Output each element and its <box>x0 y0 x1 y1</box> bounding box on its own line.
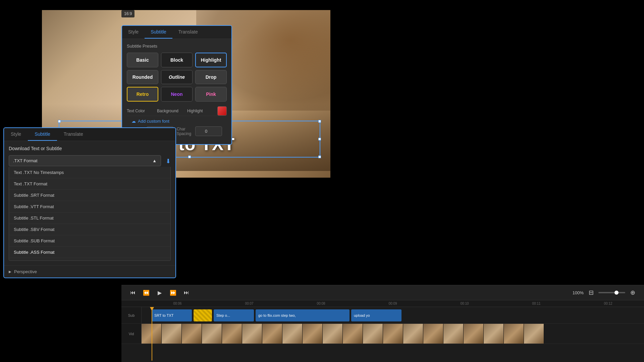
text-color-label: Text Color <box>127 109 154 113</box>
perspective-label: Perspective <box>14 269 37 274</box>
tab-style-bottom[interactable]: Style <box>4 128 28 141</box>
add-custom-font-row[interactable]: ☁ Add custom font <box>127 116 227 126</box>
format-dropdown-value: .TXT Format <box>13 158 38 163</box>
preset-drop-button[interactable]: Drop <box>195 70 227 84</box>
add-font-label: Add custom font <box>138 119 169 124</box>
ruler-mark-6: 00:11 <box>500 302 572 305</box>
clip-step[interactable]: Step o... <box>214 309 254 321</box>
track-label-video: Vid <box>121 324 142 344</box>
preset-basic-button[interactable]: Basic <box>127 53 158 67</box>
format-ass[interactable]: Subtitle .ASS Format <box>9 247 170 258</box>
clip-goto[interactable]: go to flix.com step two, <box>256 309 350 321</box>
subtitle-track: Sub SRT to TXT Step o... go to flix.com … <box>121 307 644 324</box>
skip-forward-button[interactable]: ⏭ <box>182 288 191 297</box>
tab-subtitle-bottom[interactable]: Subtitle <box>28 128 57 141</box>
char-spacing-label: Char Spacing <box>177 127 192 136</box>
zoom-in-button[interactable]: ⊕ <box>628 288 637 297</box>
clip-yellow[interactable] <box>194 309 212 321</box>
handle-tr[interactable] <box>318 120 321 123</box>
preset-outline-button[interactable]: Outline <box>161 70 193 84</box>
zoom-controls: 100% ⊟ ⊕ <box>573 288 637 297</box>
zoom-level: 100% <box>573 290 584 295</box>
playhead[interactable] <box>152 307 152 361</box>
format-srt[interactable]: Subtitle .SRT Format <box>9 190 170 201</box>
thumb-19 <box>504 324 524 344</box>
background-label: Background <box>157 109 184 113</box>
download-button[interactable]: ⬇ <box>166 158 171 165</box>
ruler-mark-5: 00:10 <box>429 302 500 305</box>
track-content-subtitle: SRT to TXT Step o... go to flix.com step… <box>142 307 644 323</box>
preset-pink-button[interactable]: Pink <box>195 87 227 102</box>
skip-back-button[interactable]: ⏮ <box>128 288 138 297</box>
presets-grid: Basic Block Highlight Rounded Outline Dr… <box>127 53 227 102</box>
presets-section-label: Subtitle Presets <box>127 44 227 49</box>
handle-tl[interactable] <box>58 120 61 123</box>
format-txt-no-timestamps[interactable]: Text .TXT No Timestamps <box>9 167 170 178</box>
format-stl[interactable]: Subtitle .STL Format <box>9 213 170 224</box>
tab-style[interactable]: Style <box>122 26 145 39</box>
color-swatch-red[interactable] <box>217 106 227 116</box>
zoom-out-button[interactable]: ⊟ <box>586 288 596 297</box>
thumb-13 <box>383 324 403 344</box>
ruler-marks: 00:06 00:07 00:08 00:09 00:10 00:11 00:1… <box>142 302 644 305</box>
format-dfxp[interactable]: Subtitle .DFXP Format <box>9 258 170 261</box>
timeline-controls: ⏮ ⏪ ▶ ⏩ ⏭ 100% ⊟ ⊕ <box>121 285 644 300</box>
thumb-8 <box>282 324 303 344</box>
download-title: Download Text or Subtitle <box>9 146 171 151</box>
format-txt[interactable]: Text .TXT Format <box>9 178 170 190</box>
handle-br[interactable] <box>318 156 321 158</box>
subtitle-panel-tabs: Style Subtitle Translate <box>4 128 175 141</box>
format-sub[interactable]: Subtitle .SUB Format <box>9 235 170 247</box>
thumb-20 <box>524 324 544 344</box>
chevron-up-icon: ▲ <box>152 158 157 163</box>
thumb-4 <box>202 324 222 344</box>
handle-mr[interactable] <box>318 138 321 140</box>
timeline-tracks: Sub SRT to TXT Step o... go to flix.com … <box>121 307 644 361</box>
tab-translate-top[interactable]: Translate <box>172 26 204 39</box>
format-dropdown[interactable]: .TXT Format ▲ <box>9 155 161 166</box>
ruler-mark-2: 00:07 <box>213 302 285 305</box>
thumb-17 <box>464 324 484 344</box>
char-spacing-input[interactable] <box>195 126 222 136</box>
preset-retro-button[interactable]: Retro <box>127 87 158 102</box>
ruler-mark-3: 00:08 <box>285 302 357 305</box>
thumb-16 <box>443 324 464 344</box>
zoom-slider[interactable] <box>598 292 625 293</box>
forward-button[interactable]: ⏩ <box>168 288 178 297</box>
rewind-button[interactable]: ⏪ <box>142 288 151 297</box>
subtitle-download-panel: Style Subtitle Translate Download Text o… <box>3 127 176 278</box>
preset-rounded-button[interactable]: Rounded <box>127 70 158 84</box>
timeline-ruler: 00:06 00:07 00:08 00:09 00:10 00:11 00:1… <box>121 300 644 307</box>
thumb-3 <box>182 324 202 344</box>
format-list: Text .TXT No Timestamps Text .TXT Format… <box>9 167 171 261</box>
thumb-15 <box>423 324 443 344</box>
thumb-14 <box>403 324 423 344</box>
clip-upload[interactable]: upload yo <box>351 309 401 321</box>
video-track: Vid <box>121 324 644 344</box>
preset-block-button[interactable]: Block <box>161 53 193 67</box>
ruler-mark-1: 00:06 <box>142 302 213 305</box>
format-selector-row: .TXT Format ▲ ⬇ <box>9 155 171 167</box>
preset-highlight-button[interactable]: Highlight <box>195 53 227 67</box>
thumb-11 <box>343 324 363 344</box>
format-sbv[interactable]: Subtitle .SBV Format <box>9 224 170 235</box>
tab-translate-bottom[interactable]: Translate <box>57 128 90 141</box>
thumb-10 <box>323 324 343 344</box>
cloud-icon: ☁ <box>131 119 136 124</box>
clip-srt-txt[interactable]: SRT to TXT <box>152 309 192 321</box>
perspective-row[interactable]: ▶ Perspective <box>4 265 175 278</box>
perspective-arrow-icon: ▶ <box>9 270 11 274</box>
thumb-12 <box>363 324 383 344</box>
format-vtt[interactable]: Subtitle .VTT Format <box>9 201 170 213</box>
ruler-mark-4: 00:09 <box>357 302 429 305</box>
timeline-area: ⏮ ⏪ ▶ ⏩ ⏭ 100% ⊟ ⊕ 00:06 00:07 00:08 00:… <box>121 285 644 362</box>
preset-neon-button[interactable]: Neon <box>161 87 193 102</box>
track-thumbnails <box>142 324 644 344</box>
thumb-5 <box>222 324 242 344</box>
ruler-mark-7: 00:12 <box>572 302 644 305</box>
color-row: Text Color Background Highlight <box>127 106 227 116</box>
tab-subtitle-top[interactable]: Subtitle <box>145 26 172 39</box>
zoom-thumb[interactable] <box>614 291 619 295</box>
play-button[interactable]: ▶ <box>155 288 164 297</box>
handle-bm[interactable] <box>188 156 191 158</box>
